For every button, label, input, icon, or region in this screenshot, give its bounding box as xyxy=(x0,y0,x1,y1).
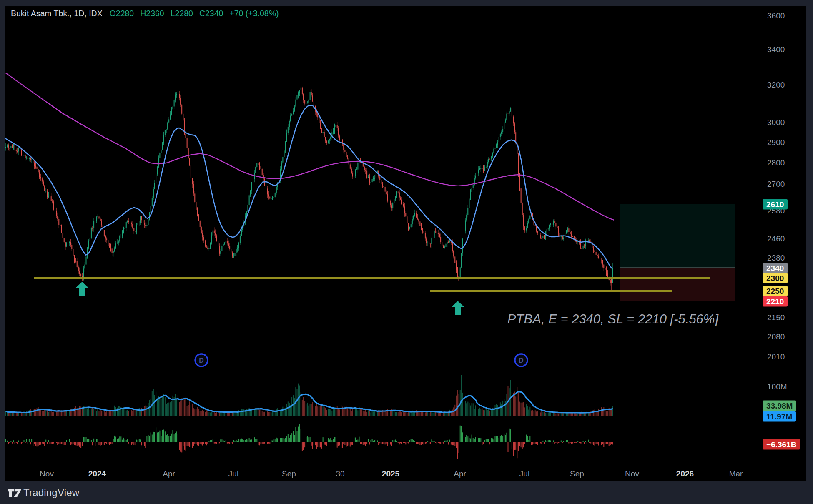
price-badge-2300: 2300 xyxy=(763,273,788,283)
time-tick-nov[interactable]: Nov xyxy=(40,469,54,479)
time-tick-sep[interactable]: Sep xyxy=(282,469,296,479)
buy-arrow-icon[interactable] xyxy=(452,301,464,315)
chart-canvas[interactable]: D D xyxy=(0,0,813,504)
dividend-marker-icon[interactable]: D xyxy=(195,354,208,366)
dividend-marker-icon[interactable]: D xyxy=(515,354,527,366)
symbol-title[interactable]: Bukit Asam Tbk., 1D, IDX xyxy=(11,9,103,18)
price-tick-label: 3600 xyxy=(767,11,785,20)
price-badge-2250: 2250 xyxy=(763,286,788,296)
legend-close: C2340 xyxy=(199,9,223,18)
symbol-legend[interactable]: Bukit Asam Tbk., 1D, IDXO2280H2360L2280C… xyxy=(11,9,285,18)
legend-open: O2280 xyxy=(110,9,134,18)
price-tick-label: 2080 xyxy=(767,332,785,341)
price-badge-2340: 2340 xyxy=(763,263,788,273)
svg-text:D: D xyxy=(519,357,524,364)
legend-low: L2280 xyxy=(171,9,193,18)
price-tick-label: 2800 xyxy=(767,158,785,168)
time-tick-2024[interactable]: 2024 xyxy=(88,469,106,479)
price-badge-2610: 2610 xyxy=(763,199,788,209)
price-tick-label: 2460 xyxy=(767,234,785,243)
volume-tick-label: 100M xyxy=(767,382,787,391)
trade-note-text[interactable]: PTBA, E = 2340, SL = 2210 [-5.56%] xyxy=(490,312,736,327)
indicator-badge: −6.361B xyxy=(763,439,800,450)
price-tick-label: 3200 xyxy=(767,80,785,90)
price-tick-label: 2380 xyxy=(767,253,785,263)
time-tick-nov[interactable]: Nov xyxy=(625,469,639,479)
time-tick-apr[interactable]: Apr xyxy=(454,469,466,479)
time-tick-jul[interactable]: Jul xyxy=(519,469,529,479)
time-tick-mar[interactable]: Mar xyxy=(729,469,743,479)
time-tick-apr[interactable]: Apr xyxy=(163,469,175,479)
time-tick-2026[interactable]: 2026 xyxy=(676,469,694,479)
svg-text:D: D xyxy=(199,357,204,364)
time-tick-30[interactable]: 30 xyxy=(336,469,344,479)
price-tick-label: 2700 xyxy=(767,180,785,189)
price-badge-2210: 2210 xyxy=(763,296,788,306)
price-tick-label: 3000 xyxy=(767,118,785,127)
legend-high: H2360 xyxy=(140,9,164,18)
price-tick-label: 3400 xyxy=(767,45,785,54)
legend-change: +70 (+3.08%) xyxy=(229,9,279,18)
indicator-badge: 11.97M xyxy=(763,411,796,422)
price-tick-label: 2010 xyxy=(767,352,785,361)
price-tick-label: 2150 xyxy=(767,313,785,322)
buy-arrow-icon[interactable] xyxy=(76,282,88,296)
time-tick-jul[interactable]: Jul xyxy=(228,469,238,479)
footer-bar: TradingView xyxy=(0,483,813,504)
tradingview-logo-icon[interactable] xyxy=(8,486,22,500)
indicator-badge: 33.98M xyxy=(763,401,796,411)
time-tick-sep[interactable]: Sep xyxy=(570,469,584,479)
tradingview-brand-text[interactable]: TradingView xyxy=(23,487,79,499)
time-tick-2025[interactable]: 2025 xyxy=(382,469,399,479)
price-tick-label: 2900 xyxy=(767,138,785,147)
tradingview-chart-window: D D Bukit Asam Tbk., 1D, IDXO2280H2360L2… xyxy=(0,0,813,504)
